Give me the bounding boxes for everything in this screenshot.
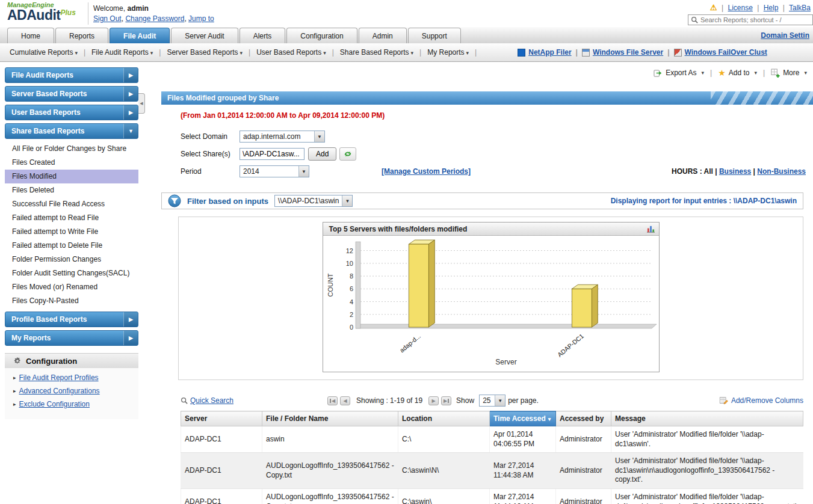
sidebar-item-files-moved-renamed[interactable]: Files Moved (or) Renamed <box>5 280 138 294</box>
failover-cluster-link[interactable]: Windows FailOver Clust <box>685 48 767 57</box>
sidebar-item-files-copy-n-pasted[interactable]: Files Copy-N-Pasted <box>5 294 138 308</box>
license-link[interactable]: License <box>728 4 753 12</box>
sidebar-item-failed-delete[interactable]: Failed attempt to Delete File <box>5 239 138 253</box>
sidebar-item-all-changes-by-share[interactable]: All File or Folder Changes by Share <box>5 142 138 156</box>
sidebar-group-profile-based-reports[interactable]: Profile Based Reports ▶ <box>5 312 138 327</box>
exclude-configuration-link[interactable]: Exclude Configuration <box>19 400 90 408</box>
search-icon <box>181 397 188 404</box>
prev-page-button[interactable]: ◀ <box>340 396 350 405</box>
sidebar-item-failed-read[interactable]: Failed attempt to Read File <box>5 211 138 225</box>
table-row[interactable]: ADAP-DC1 aswin C:\ Apr 01,2014 04:06:55 … <box>181 426 803 453</box>
talkback-link[interactable]: TalkBa <box>789 4 811 12</box>
warning-icon[interactable]: ⚠ <box>710 3 717 12</box>
cell-file: aswin <box>262 426 398 453</box>
tab-alerts[interactable]: Alerts <box>240 28 286 43</box>
svg-text:Server: Server <box>495 358 516 366</box>
chevron-down-icon: ▾ <box>75 50 78 56</box>
add-share-button[interactable]: Add <box>308 147 336 161</box>
menu-my-reports[interactable]: My Reports▾ <box>422 48 474 57</box>
export-as-button[interactable]: Export As ▾ <box>654 69 704 78</box>
dropdown-arrow-icon: ▼ <box>342 195 352 206</box>
help-link[interactable]: Help <box>764 4 779 12</box>
table-row[interactable]: ADAP-DC1 AUDLogonLogoffInfo_139350641756… <box>181 453 803 489</box>
hours-non-business-link[interactable]: Non-Business <box>757 167 806 176</box>
filter-bar: Filter based on inputs \\ADAP-DC1\aswin … <box>161 192 803 209</box>
search-input[interactable] <box>700 16 810 23</box>
sidebar-group-my-reports[interactable]: My Reports ▶ <box>5 330 138 346</box>
sidebar-group-user-based-reports[interactable]: User Based Reports ▶ <box>5 105 138 120</box>
share-input[interactable] <box>240 148 304 160</box>
cell-location: C:\aswin\N\ <box>398 453 490 489</box>
last-page-button[interactable]: ▶ <box>441 396 451 405</box>
column-header-accessed-by[interactable]: Accessed by <box>556 411 611 426</box>
change-password-link[interactable]: Change Password <box>125 14 184 23</box>
sign-out-link[interactable]: Sign Out <box>93 14 122 23</box>
tab-support[interactable]: Support <box>408 28 461 43</box>
tab-configuration[interactable]: Configuration <box>286 28 357 43</box>
tab-home[interactable]: Home <box>7 28 54 43</box>
group-label: User Based Reports <box>11 108 81 117</box>
netapp-filer-link[interactable]: NetApp Filer <box>528 48 571 57</box>
sidebar-item-folder-permission-changes[interactable]: Folder Permission Changes <box>5 253 138 266</box>
advanced-configurations-link[interactable]: Advanced Configurations <box>19 387 100 395</box>
cell-message: User 'Administrator' Modified file/folde… <box>611 426 803 453</box>
first-page-button[interactable]: ◀ <box>327 396 338 405</box>
column-header-file-folder-name[interactable]: File / Folder Name <box>262 411 398 426</box>
table-row[interactable]: ADAP-DC1 AUDLogonLogoffInfo_139350641756… <box>181 488 803 504</box>
menu-label: File Audit Reports <box>91 48 149 57</box>
sidebar-group-file-audit-reports[interactable]: File Audit Reports ▶ <box>5 67 138 83</box>
add-to-button[interactable]: ★ Add to ▾ <box>718 68 757 78</box>
sidebar-item-files-deleted[interactable]: Files Deleted <box>5 183 138 197</box>
menu-label: Cumulative Reports <box>10 48 73 57</box>
filter-value: \\ADAP-DC1\aswin <box>278 197 339 205</box>
chevron-right-icon: ▶ <box>123 68 138 82</box>
tab-server-audit[interactable]: Server Audit <box>171 28 238 43</box>
sidebar-item-files-created[interactable]: Files Created <box>5 156 138 170</box>
windows-file-server-link[interactable]: Windows File Server <box>593 48 663 57</box>
add-remove-columns-button[interactable]: Add/Remove Columns <box>719 396 803 405</box>
select-domain-row: Select Domain adap.internal.com ▼ <box>181 130 813 143</box>
tab-file-audit[interactable]: File Audit <box>110 28 170 43</box>
jump-to-link[interactable]: Jump to <box>188 14 214 23</box>
sidebar-group-server-based-reports[interactable]: Server Based Reports ▶ <box>5 86 138 102</box>
column-header-message[interactable]: Message <box>611 411 803 426</box>
sidebar-item-folder-audit-sacl[interactable]: Folder Audit Setting Changes(SACL) <box>5 266 138 280</box>
menu-cumulative-reports[interactable]: Cumulative Reports▾ <box>5 48 82 57</box>
configuration-panel: Configuration ▸File Audit Report Profile… <box>5 353 138 419</box>
menu-file-audit-reports[interactable]: File Audit Reports▾ <box>87 48 158 57</box>
chevron-right-icon: ▶ <box>123 312 138 327</box>
quick-search-button[interactable]: Quick Search <box>181 396 233 405</box>
tab-admin[interactable]: Admin <box>359 28 407 43</box>
column-header-location[interactable]: Location <box>398 411 490 426</box>
domain-settings-link[interactable]: Domain Settin <box>761 31 809 40</box>
next-page-button[interactable]: ▶ <box>428 396 439 405</box>
server-type-links: NetApp Filer | Windows File Server | Win… <box>518 48 767 57</box>
column-header-time-accessed[interactable]: Time Accessed▾ <box>490 411 556 426</box>
more-button[interactable]: More ▾ <box>771 69 807 78</box>
period-select[interactable]: 2014 ▼ <box>240 165 309 177</box>
chart-type-icon[interactable] <box>646 225 655 233</box>
sidebar-item-failed-write[interactable]: Failed attempt to Write File <box>5 225 138 239</box>
cell-time: Apr 01,2014 04:06:55 PM <box>490 426 556 453</box>
refresh-shares-button[interactable] <box>339 147 356 161</box>
page-size-select[interactable]: 25 ▼ <box>479 395 505 407</box>
reports-menubar: Cumulative Reports▾ | File Audit Reports… <box>0 43 813 62</box>
file-audit-report-profiles-link[interactable]: File Audit Report Profiles <box>19 373 99 382</box>
sidebar-collapse-handle[interactable]: ◀ <box>138 93 145 114</box>
column-header-server[interactable]: Server <box>181 411 262 426</box>
domain-select[interactable]: adap.internal.com ▼ <box>240 131 325 143</box>
tab-reports[interactable]: Reports <box>55 28 108 43</box>
manage-custom-periods-link[interactable]: [Manage Custom Periods] <box>382 167 471 176</box>
period-row: Period 2014 ▼ [Manage Custom Periods] HO… <box>181 165 813 178</box>
sidebar-group-share-based-reports[interactable]: Share Based Reports ▼ <box>5 123 138 139</box>
filter-input-select[interactable]: \\ADAP-DC1\aswin ▼ <box>274 195 353 207</box>
menu-server-based-reports[interactable]: Server Based Reports▾ <box>162 48 247 57</box>
hours-business-link[interactable]: Business <box>719 167 751 176</box>
menu-share-based-reports[interactable]: Share Based Reports▾ <box>335 48 418 57</box>
select-shares-label: Select Share(s) <box>181 150 240 158</box>
chart-title: Top 5 Servers with files/folders modifie… <box>329 225 468 233</box>
menu-user-based-reports[interactable]: User Based Reports▾ <box>252 48 331 57</box>
sidebar-item-successful-file-read[interactable]: Successful File Read Access <box>5 197 138 211</box>
separator: | <box>475 48 477 57</box>
sidebar-item-files-modified[interactable]: Files Modified <box>5 170 138 183</box>
